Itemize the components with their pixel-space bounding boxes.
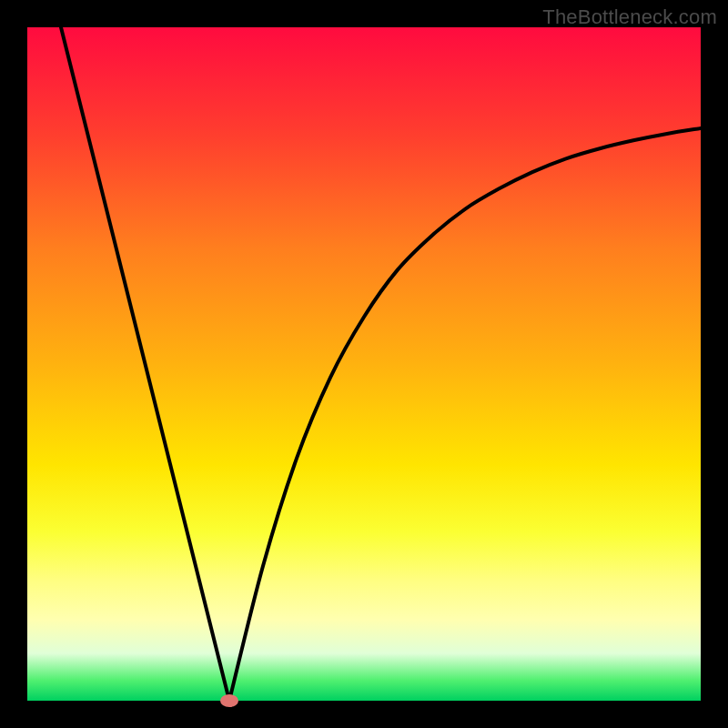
bottleneck-curve [27,27,701,701]
chart-plot-area [27,27,701,701]
optimal-point-marker [220,694,238,707]
watermark-text: TheBottleneck.com [542,5,717,29]
